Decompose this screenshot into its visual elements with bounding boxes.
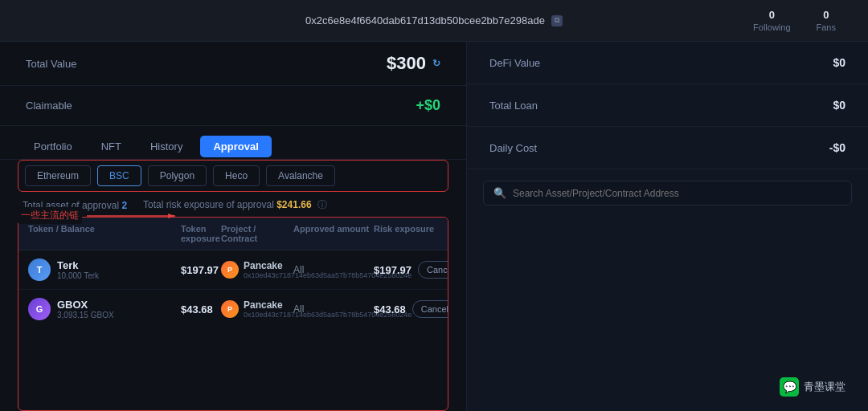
col-exposure: Token exposure: [181, 224, 221, 243]
left-panel: Total Value $300 ↻ Claimable +$0 Portfol…: [0, 42, 466, 411]
token-balance-gbox: 3,093.15 GBOX: [57, 311, 114, 319]
refresh-icon[interactable]: ↻: [432, 58, 440, 69]
tab-approval[interactable]: Approval: [200, 136, 271, 157]
info-icon: ⓘ: [317, 199, 327, 210]
pancake-icon-2: P: [221, 300, 239, 318]
defi-value-label: DeFi Value: [489, 57, 540, 69]
claimable-value: +$0: [416, 97, 440, 114]
chain-bsc[interactable]: BSC: [97, 165, 141, 186]
total-value-amount: $300 ↻: [387, 53, 440, 74]
token-name-terk: Terk: [57, 259, 99, 271]
daily-cost-value: -$0: [829, 141, 845, 154]
col-approved: Approved amount: [293, 224, 374, 243]
claimable-card: Claimable +$0: [0, 86, 466, 126]
table-header: Token / Balance Token exposure Project /…: [18, 218, 448, 250]
right-panel: DeFi Value $0 Total Loan $0 Daily Cost -…: [466, 42, 868, 411]
fans-count: 0: [823, 9, 829, 21]
search-input[interactable]: [513, 188, 841, 199]
watermark: 💬 青墨课堂: [780, 377, 845, 397]
daily-cost-label: Daily Cost: [489, 142, 537, 154]
approved-amount-1: All: [293, 264, 374, 275]
total-value-card: Total Value $300 ↻: [0, 42, 466, 86]
total-loan-card: Total Loan $0: [467, 84, 868, 127]
risk-exposure-value: $241.66: [276, 199, 311, 210]
tab-bar: Portfolio NFT History Approval: [0, 126, 466, 160]
table-row: G GBOX 3,093.15 GBOX $43.68 P Pancake 0x…: [18, 290, 448, 328]
following-stat: 0 Following: [753, 9, 790, 32]
total-value-label: Total Value: [26, 58, 76, 70]
asset-count: 2: [121, 200, 127, 211]
header-stats: 0 Following 0 Fans: [753, 0, 836, 41]
total-loan-label: Total Loan: [489, 100, 538, 112]
col-risk: Risk exposure: [374, 224, 438, 243]
chain-avalanche[interactable]: Avalanche: [266, 165, 335, 186]
total-loan-value: $0: [833, 99, 845, 112]
token-icon-gbox: G: [28, 298, 51, 320]
tab-history[interactable]: History: [139, 134, 194, 159]
claimable-label: Claimable: [26, 100, 72, 112]
total-asset-label: Total asset of approval 2: [23, 200, 127, 211]
chain-heco[interactable]: Heco: [213, 165, 260, 186]
chain-filter: Ethereum BSC Polygon Heco Avalanche: [18, 160, 448, 192]
main-layout: Total Value $300 ↻ Claimable +$0 Portfol…: [0, 42, 868, 411]
approved-amount-2: All: [293, 303, 374, 315]
following-label: Following: [753, 22, 790, 32]
token-cell-gbox: G GBOX 3,093.15 GBOX: [28, 298, 181, 320]
risk-exposure-label: Total risk exposure of approval $241.66 …: [143, 198, 327, 212]
search-icon: 🔍: [493, 187, 506, 199]
table-row: T Terk 10,000 Terk $197.97 P Pancake 0x1…: [18, 250, 448, 290]
defi-value-card: DeFi Value $0: [467, 42, 868, 84]
copy-icon[interactable]: ⧉: [551, 15, 563, 26]
approval-stats: Total asset of approval 2 Total risk exp…: [0, 195, 466, 217]
pancake-icon-1: P: [221, 261, 239, 279]
project-cell-1: P Pancake 0x10ed43c718714eb63d5aa57b78b5…: [221, 260, 293, 279]
col-token: Token / Balance: [28, 224, 181, 243]
wallet-address-bar: 0x2c6e8e4f6640dab617d13db50bcee2bb7e298a…: [305, 14, 563, 26]
cancel-button-1[interactable]: Cancel: [418, 261, 448, 279]
risk-value-2: $43.68: [374, 303, 406, 315]
cancel-button-2[interactable]: Cancel: [412, 300, 448, 318]
fans-stat: 0 Fans: [817, 9, 836, 32]
project-cell-2: P Pancake 0x10ed43c718714eb63d5aa57b78b5…: [221, 299, 293, 319]
defi-cards: DeFi Value $0 Total Loan $0 Daily Cost -…: [467, 42, 868, 169]
watermark-text: 青墨课堂: [804, 380, 845, 394]
chain-ethereum[interactable]: Ethereum: [25, 165, 91, 186]
wechat-icon: 💬: [780, 377, 799, 397]
token-cell-terk: T Terk 10,000 Terk: [28, 258, 181, 281]
top-header: 0x2c6e8e4f6640dab617d13db50bcee2bb7e298a…: [0, 0, 868, 42]
approval-table: Token / Balance Token exposure Project /…: [18, 217, 448, 411]
chain-polygon[interactable]: Polygon: [148, 165, 207, 186]
daily-cost-card: Daily Cost -$0: [467, 127, 868, 169]
col-project: Project / Contract: [221, 224, 293, 243]
search-bar-wrap: 🔍: [467, 169, 868, 212]
tab-portfolio[interactable]: Portfolio: [23, 134, 84, 159]
token-balance-terk: 10,000 Terk: [57, 271, 99, 280]
tab-nft[interactable]: NFT: [90, 134, 133, 159]
defi-value-amount: $0: [833, 56, 845, 69]
search-bar: 🔍: [483, 181, 852, 206]
summary-cards: Total Value $300 ↻ Claimable +$0: [0, 42, 466, 126]
wallet-address-text: 0x2c6e8e4f6640dab617d13db50bcee2bb7e298a…: [305, 14, 545, 26]
token-usd-gbox: $43.68: [181, 303, 221, 315]
token-name-gbox: GBOX: [57, 299, 114, 311]
token-icon-terk: T: [28, 258, 51, 281]
fans-label: Fans: [817, 22, 836, 32]
risk-value-1: $197.97: [374, 264, 411, 276]
token-usd-terk: $197.97: [181, 264, 221, 276]
following-count: 0: [769, 9, 775, 21]
